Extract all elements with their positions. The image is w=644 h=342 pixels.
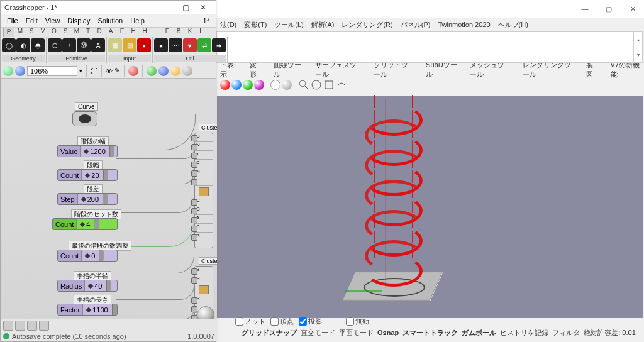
tab[interactable]: E	[116, 28, 128, 37]
param-icon[interactable]: ▤	[123, 38, 136, 52]
tab[interactable]: H	[128, 28, 139, 37]
tab-p[interactable]: P	[3, 28, 14, 37]
tab[interactable]: S	[60, 28, 71, 37]
checkbox[interactable]	[270, 317, 279, 326]
grip-icon[interactable]	[103, 170, 108, 180]
status-grid[interactable]: グリッドスナップ	[242, 328, 297, 338]
save-icon[interactable]	[15, 66, 25, 76]
node-curve[interactable]	[72, 111, 97, 126]
node-value[interactable]: 4	[86, 221, 90, 228]
scroll-up-icon[interactable]: ▴	[634, 32, 642, 47]
tab[interactable]: L	[196, 28, 207, 37]
tool-icon[interactable]	[3, 321, 13, 331]
grip-icon[interactable]	[99, 250, 104, 261]
compass-icon[interactable]	[311, 79, 322, 91]
tab[interactable]: V	[37, 28, 48, 37]
port[interactable]: F	[195, 177, 213, 186]
menu-item[interactable]: パネル(P)	[397, 20, 435, 30]
menu-item[interactable]: 法(D)	[216, 20, 240, 30]
gh-titlebar[interactable]: Grasshopper - 1* — ▢ ✕	[1, 1, 216, 14]
menu-item[interactable]: 解析(A)	[308, 20, 338, 30]
gh-menubar[interactable]: File Edit View Display Solution Help 1*	[1, 14, 216, 27]
param-icon[interactable]: ▦	[108, 38, 122, 52]
opt-disable[interactable]: 無効	[346, 317, 369, 326]
tool-icon[interactable]	[15, 321, 25, 331]
node-slider-width[interactable]: Value1200	[57, 145, 118, 157]
param-icon[interactable]: ♥	[183, 38, 197, 52]
layer-blue-icon[interactable]	[231, 80, 242, 90]
close-icon[interactable]: ✕	[626, 3, 639, 15]
minimize-icon[interactable]: —	[579, 3, 591, 15]
menu-solution[interactable]: Solution	[94, 17, 126, 25]
node-value[interactable]: 1100	[92, 306, 108, 314]
preview-blue-icon[interactable]	[158, 66, 169, 76]
menu-item[interactable]: ヘルプ(H)	[494, 20, 532, 30]
status-history[interactable]: ヒストリを記録	[500, 328, 548, 338]
menu-item[interactable]: Twinmotion 2020	[434, 21, 494, 28]
param-icon[interactable]: ●	[154, 38, 168, 52]
status-smart[interactable]: スマートトラック	[402, 328, 458, 338]
grip-icon[interactable]	[109, 146, 114, 157]
node-value[interactable]: 1200	[90, 148, 105, 155]
opt-vertex[interactable]: 頂点	[270, 317, 294, 326]
param-icon[interactable]: ⬡	[48, 38, 62, 52]
preview-icon[interactable]: 👁	[106, 67, 113, 75]
node-value[interactable]: 40	[94, 282, 102, 290]
param-icon[interactable]: 7	[62, 38, 76, 52]
tab[interactable]: A	[105, 28, 116, 37]
maximize-icon[interactable]: ▢	[602, 3, 615, 15]
preview-green-icon[interactable]	[147, 66, 157, 76]
tool-gray-icon[interactable]	[282, 80, 292, 90]
maximize-icon[interactable]: ▢	[177, 1, 194, 14]
port[interactable]: C	[195, 197, 213, 206]
port[interactable]: R	[195, 295, 213, 304]
checkbox[interactable]	[346, 317, 354, 326]
menu-item[interactable]: 変形(T)	[240, 20, 270, 30]
gh-category-tabs[interactable]: P M S V O S M T D A E H H L E B K L	[1, 27, 216, 37]
node-slider-radius[interactable]: Radius40	[57, 280, 118, 292]
menu-item[interactable]: ツール(L)	[270, 20, 307, 30]
port[interactable]: C	[195, 224, 213, 233]
opt-knot[interactable]: ノット	[235, 317, 265, 326]
preview-gray-icon[interactable]	[182, 66, 192, 76]
tab[interactable]: M	[14, 28, 26, 37]
undo-view-icon[interactable]	[336, 79, 347, 91]
scroll-down-icon[interactable]: ▾	[634, 47, 642, 62]
status-osnap[interactable]: Osnap	[377, 329, 399, 336]
zoom-extents-icon[interactable]: ⛶	[91, 67, 97, 75]
grip-icon[interactable]	[103, 194, 108, 204]
menu-help[interactable]: Help	[126, 17, 148, 25]
port[interactable]: A	[195, 215, 213, 224]
port[interactable]: C	[195, 206, 213, 215]
param-icon[interactable]: ◐	[16, 38, 30, 52]
param-icon[interactable]: ●	[137, 38, 151, 52]
osnap-options[interactable]: ノット 頂点 投影 無効	[216, 316, 369, 327]
rhino-viewport[interactable]	[216, 96, 643, 318]
grip-icon[interactable]	[94, 219, 99, 229]
tab[interactable]: B	[173, 28, 184, 37]
node-slider-adjust[interactable]: Count0	[57, 250, 118, 262]
preview-yellow-icon[interactable]	[170, 66, 180, 76]
tab[interactable]: O	[48, 28, 60, 37]
port[interactable]: N	[195, 168, 213, 177]
node-slider-step[interactable]: Step200	[57, 193, 118, 205]
tab[interactable]: H	[139, 28, 150, 37]
checkbox[interactable]	[235, 317, 243, 326]
tab[interactable]: E	[162, 28, 173, 37]
menu-file[interactable]: File	[3, 17, 22, 25]
doc-indicator[interactable]: 1*	[199, 17, 213, 25]
port[interactable]: B	[195, 267, 213, 275]
tab[interactable]: S	[26, 28, 37, 37]
port[interactable]: R	[195, 275, 213, 284]
tab[interactable]: T	[82, 28, 94, 37]
grip-icon[interactable]	[112, 304, 117, 315]
node-slider-sets[interactable]: Count4	[52, 218, 118, 230]
port[interactable]: C	[195, 133, 213, 142]
opt-project[interactable]: 投影	[299, 317, 322, 326]
gh-bottom-toolbar[interactable]	[1, 319, 217, 331]
status-gumball[interactable]: ガムボール	[462, 328, 496, 338]
rhino-command-area[interactable]: ▴▾	[216, 31, 643, 63]
cluster-node-1[interactable]: C N x C N F C C A C A	[194, 133, 213, 248]
shade-icon[interactable]	[128, 66, 138, 76]
menu-edit[interactable]: Edit	[22, 17, 42, 25]
